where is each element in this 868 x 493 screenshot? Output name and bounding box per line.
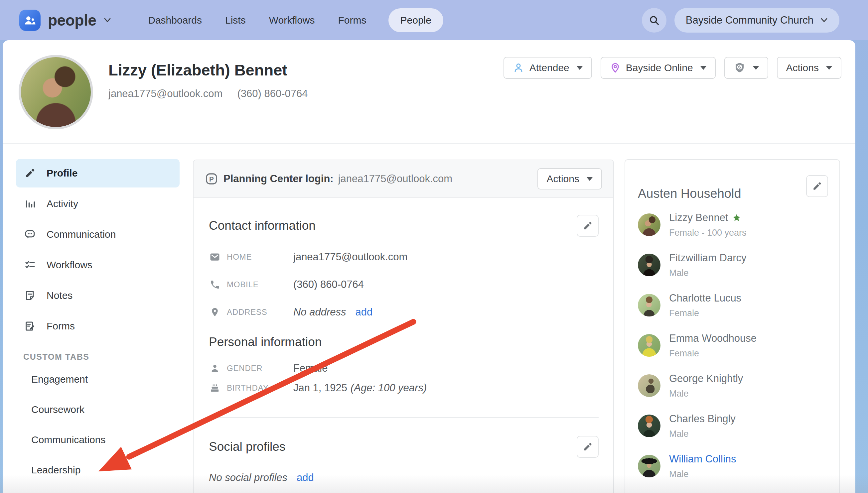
- caret-down-icon: [577, 66, 583, 70]
- household-members: Lizzy Bennet Female - 100 years Fitzwill…: [638, 211, 827, 479]
- household-member-emma[interactable]: Emma Woodhouse Female: [638, 332, 827, 359]
- identity: Lizzy (Elizabeth) Bennet janea1775@outlo…: [108, 61, 308, 100]
- email-row: HOME janea1775@outlook.com: [209, 249, 599, 265]
- tab-forms[interactable]: Forms: [16, 312, 179, 340]
- search-button[interactable]: [642, 8, 666, 33]
- tab-profile[interactable]: Profile: [16, 159, 179, 188]
- tab-workflows[interactable]: Workflows: [16, 251, 179, 279]
- birthday-age-note: (Age: 100 years): [351, 382, 427, 394]
- birthday-value: Jan 1, 1925: [293, 382, 347, 394]
- add-address-link[interactable]: add: [356, 306, 373, 318]
- form-icon: [23, 320, 37, 332]
- household-member-charlotte[interactable]: Charlotte Lucus Female: [638, 292, 827, 319]
- login-value: janea1775@outlook.com: [338, 173, 452, 185]
- pencil-icon: [812, 181, 822, 191]
- tab-leadership[interactable]: Leadership: [16, 456, 179, 484]
- member-avatar: [638, 213, 660, 236]
- profile-side-tabs: Profile Activity: [16, 159, 179, 486]
- caret-down-icon: [587, 177, 593, 181]
- chevron-down-icon: [820, 18, 828, 23]
- birthday-row: BIRTHDAY Jan 1, 1925 (Age: 100 years): [209, 381, 599, 395]
- app-name: people: [48, 11, 96, 29]
- svg-text:P: P: [209, 175, 214, 183]
- social-profiles-title: Social profiles: [209, 440, 285, 454]
- gender-value: Female: [293, 362, 327, 374]
- profile-avatar[interactable]: [19, 55, 93, 129]
- header-actions-dropdown[interactable]: Actions: [777, 57, 841, 79]
- nav-item-lists[interactable]: Lists: [224, 8, 247, 32]
- location-pin-icon: [610, 63, 620, 73]
- location-pin-icon: [209, 307, 221, 317]
- email-value: janea1775@outlook.com: [293, 251, 407, 263]
- household-member-george[interactable]: George Knightly Male: [638, 372, 827, 399]
- household-member-william[interactable]: William Collins Male: [638, 453, 827, 479]
- section-divider: [209, 417, 599, 418]
- header-phone: (360) 860-0764: [237, 88, 308, 100]
- planning-center-login-bar: P Planning Center login: janea1775@outlo…: [194, 160, 613, 198]
- permissions-dropdown[interactable]: [724, 57, 768, 79]
- member-avatar: [638, 334, 660, 357]
- edit-contact-button[interactable]: [577, 215, 599, 237]
- page-title-person-name: Lizzy (Elizabeth) Bennet: [108, 61, 308, 79]
- shield-no-access-icon: [734, 62, 746, 74]
- nav-item-workflows[interactable]: Workflows: [268, 8, 316, 32]
- member-avatar: [638, 374, 660, 397]
- checklist-icon: [23, 259, 37, 271]
- header-email: janea1775@outlook.com: [108, 88, 223, 100]
- member-avatar: [638, 294, 660, 317]
- login-actions-dropdown[interactable]: Actions: [537, 168, 602, 190]
- caret-down-icon: [700, 66, 706, 70]
- custom-tabs-heading: CUSTOM TABS: [23, 348, 179, 365]
- member-avatar: [638, 455, 660, 477]
- tab-communications[interactable]: Communications: [16, 426, 179, 454]
- pencil-icon: [23, 168, 37, 179]
- birthday-cake-icon: [209, 383, 221, 393]
- phone-row: MOBILE (360) 860-0764: [209, 276, 599, 293]
- note-icon: [23, 290, 37, 301]
- primary-contact-star-icon: [732, 213, 741, 222]
- phone-value: (360) 860-0764: [293, 279, 364, 291]
- member-name-link: William Collins: [669, 453, 736, 465]
- envelope-icon: [209, 251, 221, 263]
- profile-main-panel: P Planning Center login: janea1775@outlo…: [193, 159, 614, 493]
- tab-activity[interactable]: Activity: [16, 190, 179, 218]
- nav-item-people[interactable]: People: [388, 8, 443, 32]
- nav-item-forms[interactable]: Forms: [337, 8, 368, 32]
- search-icon: [649, 15, 660, 26]
- org-selector[interactable]: Bayside Community Church: [674, 8, 840, 33]
- household-member-charles[interactable]: Charles Bingly Male: [638, 412, 827, 439]
- member-avatar: [638, 254, 660, 276]
- bar-chart-icon: [23, 198, 37, 210]
- person-icon: [209, 363, 221, 373]
- caret-down-icon: [826, 66, 832, 70]
- campus-dropdown[interactable]: Bayside Online: [600, 57, 716, 79]
- edit-social-button[interactable]: [577, 436, 599, 458]
- phone-icon: [209, 280, 221, 290]
- address-empty-value: No address: [293, 306, 346, 318]
- nav-item-dashboards[interactable]: Dashboards: [147, 8, 203, 32]
- tab-coursework[interactable]: Coursework: [16, 395, 179, 424]
- gender-row: GENDER Female: [209, 361, 599, 376]
- edit-household-button[interactable]: [806, 175, 828, 197]
- contact-information-section: Contact information: [194, 215, 613, 485]
- pencil-icon: [583, 221, 593, 231]
- login-label: Planning Center login:: [224, 173, 334, 185]
- person-outline-icon: [513, 62, 524, 73]
- top-nav: people Dashboards Lists Workflows Forms …: [0, 0, 868, 40]
- profile-header: Lizzy (Elizabeth) Bennet janea1775@outlo…: [3, 40, 855, 144]
- membership-dropdown[interactable]: Attendee: [504, 57, 592, 79]
- app-switcher[interactable]: people: [19, 9, 111, 31]
- tab-engagement[interactable]: Engagement: [16, 365, 179, 393]
- social-empty-value: No social profiles: [209, 472, 287, 484]
- content-card: Lizzy (Elizabeth) Bennet janea1775@outlo…: [3, 40, 855, 493]
- tab-notes[interactable]: Notes: [16, 281, 179, 310]
- personal-information-title: Personal information: [209, 335, 322, 349]
- add-social-profile-link[interactable]: add: [297, 472, 314, 484]
- tab-communication[interactable]: Communication: [16, 220, 179, 249]
- household-member-lizzy[interactable]: Lizzy Bennet Female - 100 years: [638, 211, 827, 238]
- household-member-darcy[interactable]: Fitzwilliam Darcy Male: [638, 252, 827, 278]
- pencil-icon: [583, 442, 593, 452]
- people-app-logo-icon: [19, 9, 41, 31]
- member-avatar: [638, 414, 660, 437]
- chevron-down-icon: [103, 18, 111, 23]
